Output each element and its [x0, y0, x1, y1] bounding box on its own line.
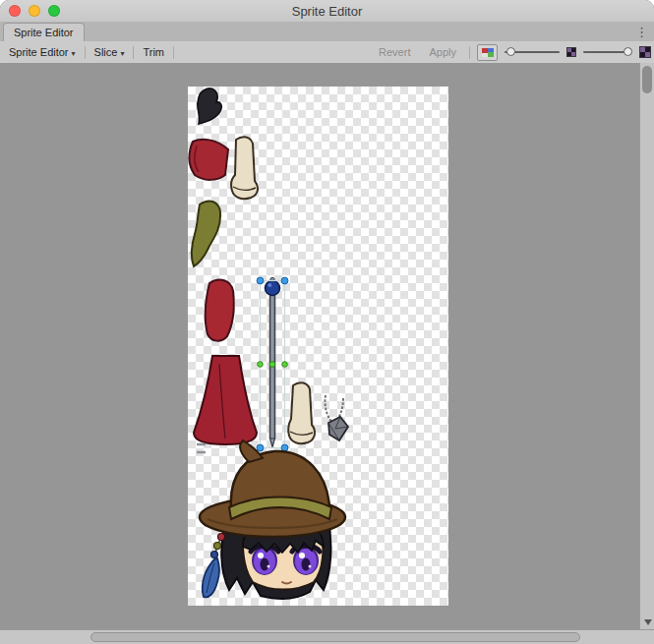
sprite-character-head[interactable] — [200, 440, 345, 599]
sprite-small-marks[interactable] — [197, 444, 206, 452]
horizontal-scrollbar[interactable] — [0, 629, 639, 644]
chevron-down-icon: ▾ — [120, 49, 124, 58]
selection-handle-green[interactable] — [258, 362, 288, 368]
zoom-slider[interactable] — [583, 41, 632, 63]
sprite-sleeve[interactable] — [206, 280, 234, 341]
window-title: Sprite Editor — [0, 0, 654, 23]
scroll-down-icon[interactable] — [644, 619, 652, 625]
mip-checker-icon — [566, 47, 576, 57]
toolbar-separator — [173, 46, 174, 59]
toolbar-right-group: Revert Apply — [373, 41, 654, 63]
sprite-arm-sleeve[interactable] — [189, 140, 228, 180]
feather — [203, 558, 219, 597]
tab-sprite-editor[interactable]: Sprite Editor — [3, 23, 85, 42]
sprite-pendant[interactable] — [325, 395, 348, 440]
alpha-checker-icon[interactable] — [639, 46, 651, 58]
transparency-checkerboard — [188, 87, 448, 606]
sprite-sheet-artwork — [188, 87, 448, 606]
sprite-canvas[interactable] — [0, 63, 654, 629]
vertical-scrollbar-thumb[interactable] — [642, 66, 652, 93]
slice-dropdown-label: Slice — [94, 46, 118, 58]
title-bar: Sprite Editor — [0, 0, 654, 23]
sprite-skirt[interactable] — [194, 356, 257, 444]
tab-label: Sprite Editor — [14, 27, 74, 38]
tab-strip: Sprite Editor ⋮ — [0, 22, 654, 42]
sprite-hair-tuft[interactable] — [198, 88, 221, 124]
chevron-down-icon: ▾ — [72, 49, 76, 58]
mode-dropdown-label: Sprite Editor — [9, 46, 69, 58]
mip-slider[interactable] — [505, 41, 560, 63]
apply-button[interactable]: Apply — [423, 41, 462, 63]
trim-button-label: Trim — [143, 46, 164, 58]
scrollbar-corner — [639, 629, 654, 644]
zoom-slider-knob[interactable] — [624, 47, 632, 56]
vertical-scrollbar[interactable] — [639, 63, 654, 629]
sprite-boot-2[interactable] — [288, 382, 315, 443]
slice-dropdown[interactable]: Slice▾ — [86, 41, 134, 63]
horizontal-scrollbar-thumb[interactable] — [90, 632, 580, 642]
sprite-boot[interactable] — [231, 137, 258, 199]
mode-dropdown[interactable]: Sprite Editor▾ — [0, 41, 85, 63]
toolbar-separator — [469, 46, 470, 59]
toolbar: Sprite Editor▾ Slice▾ Trim Revert Apply — [0, 41, 654, 64]
kebab-menu-icon[interactable]: ⋮ — [635, 23, 648, 41]
trim-button[interactable]: Trim — [134, 41, 173, 63]
sprite-editor-window: Sprite Editor Sprite Editor ⋮ Sprite Edi… — [0, 0, 654, 644]
mip-slider-knob[interactable] — [506, 47, 515, 56]
sprite-scarf[interactable] — [192, 202, 220, 266]
revert-button[interactable]: Revert — [373, 41, 416, 63]
rgb-icon — [482, 48, 494, 57]
color-channel-button[interactable] — [477, 44, 498, 61]
